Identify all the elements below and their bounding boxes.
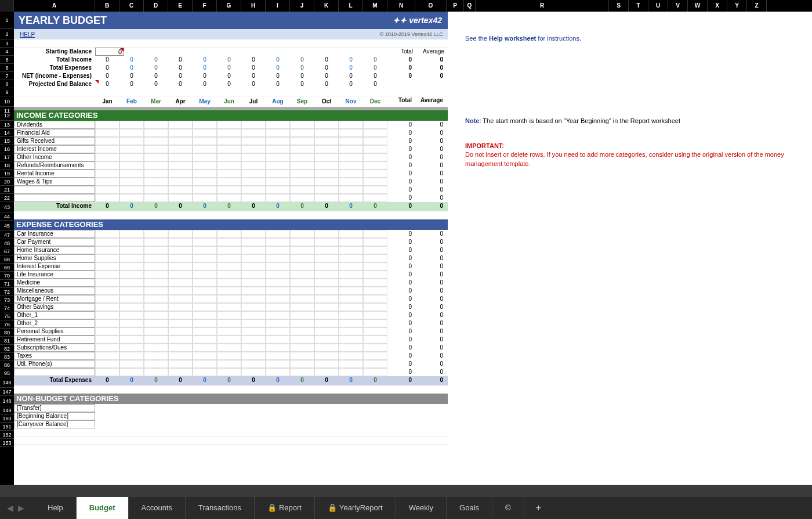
category-cell[interactable] [119,319,144,327]
row-header-86[interactable]: 86 [0,361,14,369]
sheet-tab-budget[interactable]: Budget [77,497,129,519]
category-cell[interactable] [290,287,314,295]
category-cell[interactable] [314,360,339,368]
help-link[interactable]: HELP [14,31,35,38]
category-cell[interactable] [168,352,193,360]
category-cell[interactable] [193,170,217,178]
add-sheet-button[interactable]: + [524,503,553,513]
category-cell[interactable] [193,178,217,186]
category-cell[interactable] [217,327,241,336]
category-label[interactable]: Other_2 [14,319,95,327]
row-header-68[interactable]: 68 [0,255,14,264]
category-cell[interactable] [168,178,193,186]
category-label[interactable]: Dividends [14,121,95,129]
category-cell[interactable] [266,186,290,194]
row-header-18[interactable]: 18 [0,161,14,170]
category-cell[interactable] [363,121,387,129]
category-cell[interactable] [241,238,266,246]
category-cell[interactable] [241,287,266,295]
category-cell[interactable] [290,344,314,352]
category-cell[interactable] [241,360,266,368]
category-cell[interactable] [290,295,314,303]
category-cell[interactable] [144,129,168,137]
category-cell[interactable] [217,194,241,202]
category-cell[interactable] [339,129,363,137]
category-cell[interactable] [290,194,314,202]
category-cell[interactable] [193,137,217,145]
row-header-71[interactable]: 71 [0,280,14,288]
category-cell[interactable] [95,194,119,202]
col-header-A[interactable]: A [14,0,95,12]
category-cell[interactable] [193,121,217,129]
category-cell[interactable] [363,262,387,271]
category-cell[interactable] [290,311,314,319]
category-cell[interactable] [119,311,144,319]
row-header-5[interactable]: 5 [0,56,14,64]
category-cell[interactable] [266,336,290,344]
category-cell[interactable] [339,368,363,376]
category-cell[interactable] [193,230,217,238]
category-cell[interactable] [266,262,290,271]
category-cell[interactable] [290,178,314,186]
category-label[interactable]: Gifts Received [14,137,95,145]
category-cell[interactable] [144,161,168,170]
starting-balance-input[interactable]: 0 [95,48,124,56]
category-cell[interactable] [168,303,193,311]
row-header-19[interactable]: 19 [0,170,14,178]
category-cell[interactable] [290,336,314,344]
category-cell[interactable] [168,311,193,319]
category-cell[interactable] [168,129,193,137]
category-cell[interactable] [119,303,144,311]
category-cell[interactable] [339,344,363,352]
summary-value[interactable]: 0 [193,56,217,64]
summary-value[interactable]: 0 [193,80,217,88]
category-cell[interactable] [217,246,241,254]
summary-value[interactable]: 0 [290,56,314,64]
row-header-8[interactable]: 8 [0,80,14,88]
category-cell[interactable] [217,344,241,352]
col-header-V[interactable]: V [668,0,688,12]
category-cell[interactable] [217,287,241,295]
category-cell[interactable] [314,238,339,246]
sheet-tab-yearlyreport[interactable]: 🔒YearlyReport [315,497,396,519]
category-cell[interactable] [339,161,363,170]
summary-value[interactable]: 0 [217,64,241,72]
sheet-tab-©[interactable]: © [492,497,524,519]
category-cell[interactable] [266,145,290,153]
category-label[interactable]: Other Savings [14,303,95,311]
category-cell[interactable] [363,295,387,303]
category-cell[interactable] [290,137,314,145]
category-cell[interactable] [95,360,119,368]
row-header-82[interactable]: 82 [0,345,14,353]
row-header-48[interactable]: 48 [0,239,14,247]
category-cell[interactable] [168,194,193,202]
category-cell[interactable] [339,295,363,303]
category-cell[interactable] [144,368,168,376]
category-cell[interactable] [144,360,168,368]
category-cell[interactable] [168,238,193,246]
row-header-3[interactable]: 3 [0,39,14,48]
category-cell[interactable] [168,137,193,145]
category-cell[interactable] [95,327,119,336]
category-cell[interactable] [95,178,119,186]
category-cell[interactable] [95,279,119,287]
summary-value[interactable]: 0 [266,72,290,80]
category-label[interactable]: Rental Income [14,170,95,178]
category-cell[interactable] [168,186,193,194]
summary-value[interactable]: 0 [119,80,144,88]
category-cell[interactable] [144,311,168,319]
category-cell[interactable] [95,145,119,153]
col-header-N[interactable]: N [387,0,415,12]
row-header-16[interactable]: 16 [0,145,14,153]
col-header-O[interactable]: O [415,0,447,12]
row-header-45[interactable]: 45 [0,221,14,231]
category-cell[interactable] [339,303,363,311]
category-cell[interactable] [339,178,363,186]
category-cell[interactable] [266,137,290,145]
category-cell[interactable] [217,311,241,319]
category-cell[interactable] [363,186,387,194]
col-header-K[interactable]: K [314,0,339,12]
category-cell[interactable] [144,137,168,145]
category-cell[interactable] [241,230,266,238]
category-cell[interactable] [144,319,168,327]
